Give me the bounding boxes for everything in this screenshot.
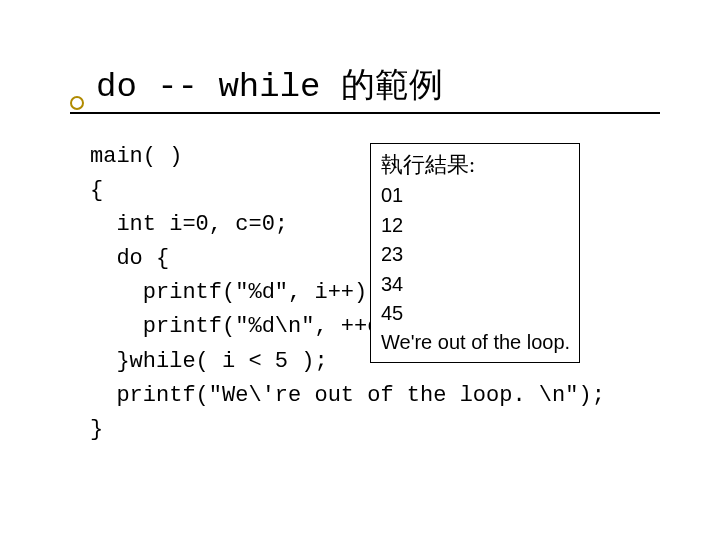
result-box: 執行結果: 01 12 23 34 45 We're out of the lo…: [370, 143, 580, 363]
result-footer: We're out of the loop.: [381, 329, 571, 356]
result-line: 23: [381, 240, 571, 270]
code-line: printf("%d\n", ++c);: [90, 314, 407, 339]
code-line: printf("We\'re out of the loop. \n");: [90, 383, 605, 408]
result-line: 12: [381, 211, 571, 241]
slide-title: do -- while 的範例: [96, 62, 443, 108]
bullet-icon: [70, 96, 84, 110]
result-line: 34: [381, 270, 571, 300]
code-line: }: [90, 417, 103, 442]
code-line: main( ): [90, 144, 182, 169]
code-line: do {: [90, 246, 169, 271]
code-line: printf("%d", i++);: [90, 280, 380, 305]
slide: do -- while 的範例 main( ) { int i=0, c=0; …: [0, 0, 720, 540]
code-line: int i=0, c=0;: [90, 212, 288, 237]
title-divider: [70, 112, 660, 114]
result-heading: 執行結果:: [381, 148, 571, 181]
code-line: }while( i < 5 );: [90, 349, 328, 374]
result-line: 45: [381, 299, 571, 329]
result-line: 01: [381, 181, 571, 211]
title-row: do -- while 的範例: [70, 62, 660, 108]
code-line: {: [90, 178, 103, 203]
